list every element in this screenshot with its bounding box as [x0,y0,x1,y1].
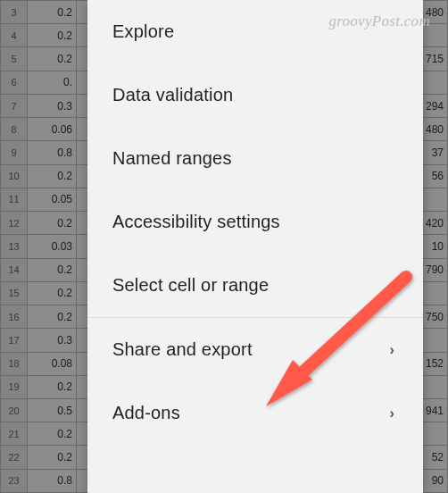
cell[interactable]: 0.08 [28,352,77,375]
row-number-header: 15 [1,281,28,305]
row-number-header: 20 [1,398,28,422]
row-number-header: 18 [1,352,28,375]
menu-item-named-ranges[interactable]: Named ranges [87,127,423,190]
row-number-header: 17 [1,329,28,352]
cell[interactable]: 0.2 [28,446,77,469]
cell[interactable]: 0. [28,71,77,94]
row-number-header: 13 [1,235,28,258]
cell[interactable]: 0.2 [28,47,77,71]
row-number-header: 8 [1,118,28,141]
menu-item-label: Select cell or range [112,275,269,296]
cell[interactable]: 0.2 [28,164,77,188]
row-number-header: 21 [1,422,28,446]
cell[interactable]: 0.8 [28,141,77,164]
cell[interactable]: 0.8 [28,469,77,492]
chevron-right-icon: › [389,342,394,358]
row-number-header: 22 [1,446,28,469]
row-number-header: 9 [1,141,28,164]
menu-item-label: Data validation [112,85,233,105]
row-number-header: 14 [1,258,28,281]
watermark-text: groovyPost.com [328,13,430,30]
menu-item-label: Accessibility settings [112,212,280,232]
cell[interactable]: 0.06 [28,118,77,141]
row-number-header: 11 [1,188,28,211]
cell[interactable]: 0.2 [28,24,77,47]
cell[interactable]: 0.03 [28,235,77,258]
cell[interactable]: 0.3 [28,94,77,117]
cell[interactable]: 0.2 [28,375,77,398]
menu-item-add-ons[interactable]: Add-ons › [87,381,423,445]
row-number-header: 4 [1,24,28,47]
menu-item-label: Explore [112,21,174,42]
menu-item-label: Share and export [112,339,253,360]
cell[interactable]: 0.2 [28,422,77,446]
row-number-header: 7 [1,94,28,117]
row-number-header: 16 [1,305,28,329]
menu-item-share-and-export[interactable]: Share and export › [87,318,423,381]
cell[interactable]: 0.2 [28,281,77,305]
menu-item-label: Named ranges [112,148,232,169]
cell[interactable]: 0.05 [28,188,77,211]
row-number-header: 5 [1,47,28,71]
cell[interactable]: 0.2 [28,1,77,24]
row-number-header: 10 [1,164,28,188]
cell[interactable]: 0.2 [28,305,77,329]
menu-item-select-cell-or-range[interactable]: Select cell or range [87,254,423,317]
context-menu-panel: Explore Data validation Named ranges Acc… [87,0,423,493]
chevron-right-icon: › [389,405,394,422]
row-number-header: 23 [1,469,28,492]
menu-item-data-validation[interactable]: Data validation [87,63,423,127]
cell[interactable]: 0.5 [28,398,77,422]
menu-item-explore[interactable]: Explore [87,0,423,63]
row-number-header: 19 [1,375,28,398]
row-number-header: 12 [1,212,28,235]
cell[interactable]: 0.2 [28,212,77,235]
cell[interactable]: 0.3 [28,329,77,352]
cell[interactable]: 0.2 [28,258,77,281]
row-number-header: 6 [1,71,28,94]
row-number-header: 3 [1,1,28,24]
menu-item-label: Add-ons [112,403,180,423]
menu-item-accessibility-settings[interactable]: Accessibility settings [87,190,423,254]
